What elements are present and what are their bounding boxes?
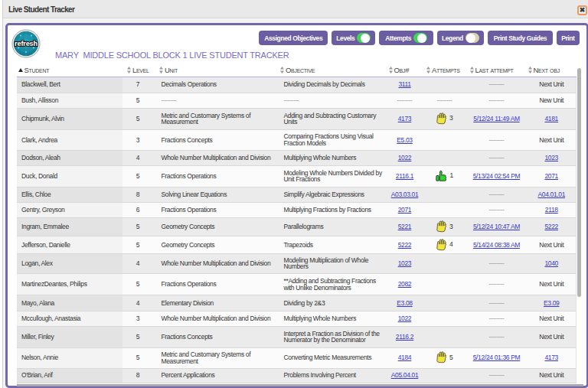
svg-text:refresh: refresh bbox=[15, 39, 38, 47]
